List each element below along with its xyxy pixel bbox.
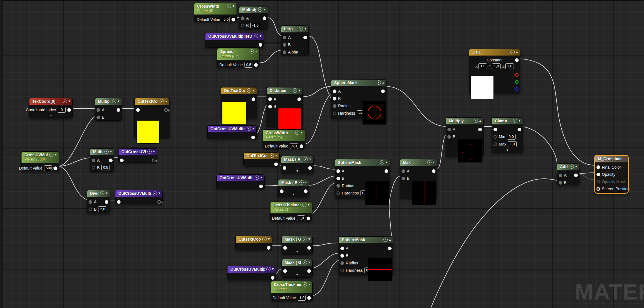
header-play-icon[interactable]: ▸ [153, 191, 157, 195]
collapse-chevron-icon[interactable]: ▾ [305, 181, 307, 184]
collapse-chevron-icon[interactable]: ▾ [106, 191, 108, 195]
pin-in-value[interactable] [120, 159, 124, 162]
pin-in-value[interactable] [493, 128, 497, 131]
node-header[interactable]: Multiply▸▾ [90, 149, 114, 155]
pin-out[interactable] [274, 162, 278, 166]
value-box[interactable]: 1,0 [478, 63, 487, 69]
pin-in-b[interactable] [336, 177, 340, 180]
node-mask-g-1[interactable]: Mask ( G )▸▾▾ [282, 236, 313, 254]
node-header[interactable]: OutCrossUVMultiplierDivided▸▾ [205, 33, 264, 40]
collapse-chevron-icon[interactable]: ▾ [275, 154, 277, 157]
wire[interactable] [59, 158, 92, 166]
value-box[interactable]: 0 [58, 107, 66, 113]
pin-out[interactable] [300, 144, 303, 148]
pin-out[interactable] [259, 43, 262, 47]
header-play-icon[interactable]: ▸ [247, 127, 251, 131]
pin-in-radius[interactable] [336, 184, 340, 188]
header-play-icon[interactable]: ▸ [295, 131, 299, 135]
node-outcrossuvmultiplier-use-1[interactable]: OutCrossUVMultiplier▸▾ [207, 125, 257, 139]
node-header[interactable]: OutCrossUVMultiplier▸▾ [119, 149, 157, 155]
value-box[interactable]: 0,5 [101, 165, 110, 170]
pin-in-hardness[interactable] [336, 191, 340, 195]
node-distance[interactable]: Distance▸▴AB [267, 87, 303, 127]
wire[interactable] [312, 166, 337, 169]
pin-in-b[interactable] [402, 177, 405, 180]
node-outtextcoord-use-1[interactable]: OutTextCoord▸▴ [221, 87, 257, 118]
wire[interactable] [312, 260, 339, 296]
pin-out[interactable] [263, 16, 266, 20]
pin-out[interactable] [307, 269, 311, 273]
pin-out[interactable] [259, 185, 263, 188]
collapse-chevron-icon[interactable]: ▴ [389, 238, 391, 241]
node-header[interactable]: Multiply▸▴ [446, 118, 483, 125]
node-crosswidth-param-1[interactable]: CrossWidthParam (5)▸▾Default Value5,0 [194, 3, 237, 22]
node-material-result[interactable]: M_CrosshairFinal ColorOpacityOpacity Mas… [594, 155, 629, 194]
collapse-chevron-icon[interactable]: ▾ [519, 119, 520, 123]
header-play-icon[interactable]: ▸ [303, 237, 307, 241]
collapse-chevron-icon[interactable]: ▴ [253, 89, 254, 92]
node-constant-111[interactable]: 1,1,1▸▴ConstantX1,0Y1,0Z1,0 [469, 49, 520, 93]
pin-in-b[interactable] [333, 97, 336, 100]
pin-in-a[interactable] [89, 200, 92, 204]
node-header[interactable]: TexCoord[0]▸▾ [29, 98, 72, 105]
collapse-chevron-icon[interactable]: ▾ [272, 267, 274, 271]
node-lerp[interactable]: Lerp▸▾ABAlpha [281, 25, 309, 55]
node-spheremask-vline[interactable]: SphereMask▸▴ABRadiusHardness0,0 [335, 159, 390, 198]
node-spread-param[interactable]: SpreadParam (0.5)▸▾Default Value0,5 [217, 48, 259, 67]
node-mask-r-1[interactable]: Mask ( R )▸▾▾ [281, 156, 314, 174]
collapse-chevron-icon[interactable]: ▾ [260, 34, 261, 38]
pin-out[interactable] [307, 217, 310, 220]
pin-out[interactable] [254, 63, 258, 67]
node-spheremask-hline[interactable]: SphereMask▸▴ABRadiusHardness0,0 [339, 236, 393, 276]
header-play-icon[interactable]: ▸ [303, 260, 307, 264]
pin-final-color[interactable] [596, 165, 600, 169]
node-header[interactable]: 1,1,1▸▴ [469, 49, 520, 56]
wire[interactable] [259, 50, 283, 63]
value-box[interactable]: 1,0 [297, 215, 305, 221]
pin-out[interactable] [251, 136, 255, 139]
wire[interactable] [521, 127, 559, 174]
node-header[interactable]: OutTextCoord▸▾ [244, 153, 279, 159]
node-header[interactable]: OutTextCoord▸▴ [135, 98, 169, 105]
pin-in-a[interactable] [340, 247, 344, 250]
material-graph-canvas[interactable]: CrossWidthParam (5)▸▾Default Value5,0Mul… [0, 0, 644, 308]
pin-in-hardness[interactable] [333, 112, 336, 115]
pin-out[interactable] [385, 169, 388, 173]
header-play-icon[interactable]: ▸ [250, 49, 254, 54]
pin-in-min[interactable] [493, 135, 497, 139]
pin-in-a[interactable] [336, 169, 340, 173]
pin-out[interactable] [157, 200, 161, 204]
node-header[interactable]: Mask ( G )▸▾ [282, 259, 312, 266]
collapse-chevron-icon[interactable]: ▾ [158, 191, 160, 195]
wire[interactable] [268, 18, 283, 36]
pin-out[interactable] [109, 159, 113, 162]
value-box[interactable]: 1,0 [492, 63, 501, 69]
node-outcrossuvmultiplierdivided-decl[interactable]: OutCrossUVMultiplierDivided▸▾ [115, 190, 163, 204]
node-spheremask-circle[interactable]: SphereMask▸▴ABRadiusHardness97,0 [331, 79, 387, 119]
expand-chevron[interactable]: ▾ [492, 148, 523, 153]
header-play-icon[interactable]: ▸ [383, 238, 388, 242]
wire[interactable] [59, 166, 89, 200]
collapse-chevron-icon[interactable]: ▴ [433, 161, 435, 164]
node-header[interactable]: Multiply▸▾ [239, 7, 268, 13]
pin-out[interactable] [271, 276, 274, 280]
pin-in-b[interactable] [96, 116, 100, 119]
node-header[interactable]: CrossUVMultiplierParam (500)▸▾ [22, 152, 59, 163]
header-play-icon[interactable]: ▸ [255, 176, 259, 180]
wire[interactable] [309, 36, 333, 101]
pin-in-a[interactable] [268, 97, 272, 101]
header-play-icon[interactable]: ▸ [147, 149, 152, 154]
wire[interactable] [305, 94, 333, 144]
header-play-icon[interactable]: ▸ [266, 267, 271, 271]
node-header[interactable]: CrossThicknessParam (1)▸▾ [271, 202, 312, 213]
collapse-chevron-icon[interactable]: ▴ [165, 99, 167, 103]
collapse-chevron-icon[interactable]: ▾ [268, 237, 270, 241]
header-play-icon[interactable]: ▸ [258, 7, 262, 12]
pin-out[interactable] [164, 108, 168, 112]
node-header[interactable]: Distance▸▴ [267, 87, 302, 94]
pin-in-b[interactable] [283, 43, 286, 47]
pin-out[interactable] [252, 97, 255, 101]
collapse-chevron-icon[interactable]: ▾ [55, 153, 57, 157]
pin-in-a[interactable] [447, 128, 451, 131]
header-play-icon[interactable]: ▸ [377, 80, 381, 85]
